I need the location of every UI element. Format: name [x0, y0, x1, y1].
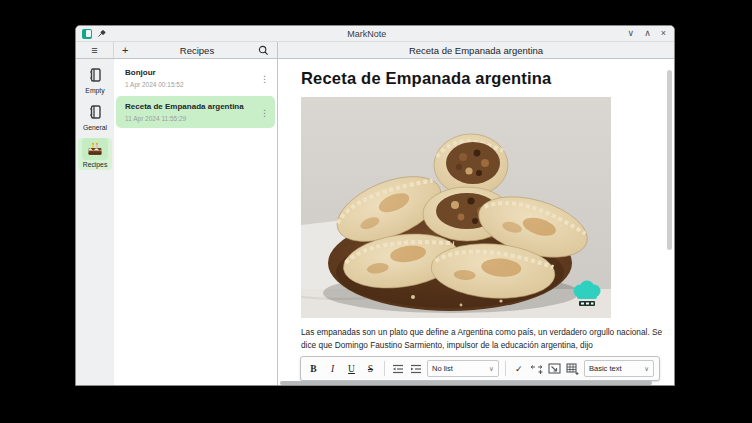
- checkbox-button[interactable]: ✓: [512, 360, 526, 377]
- titlebar[interactable]: MarkNote ∨ ∧ ×: [76, 26, 674, 42]
- note-date: 11 Apr 2024 11:55:29: [125, 115, 257, 122]
- window-title: MarkNote: [111, 29, 623, 39]
- note-title: Receta de Empanada argentina: [125, 102, 257, 111]
- pin-icon[interactable]: [97, 29, 106, 38]
- sidebar-item-label: Empty: [85, 87, 104, 94]
- outdent-button[interactable]: [391, 360, 405, 377]
- indent-icon: [410, 364, 422, 374]
- search-icon[interactable]: [258, 45, 269, 56]
- underline-button[interactable]: U: [344, 360, 359, 377]
- notes-panel-header: + Recipes: [114, 42, 278, 58]
- note-options-icon[interactable]: ⋮: [260, 74, 269, 84]
- cake-icon: [86, 141, 104, 157]
- toolbar-separator: [384, 361, 385, 376]
- sidebar-item-label: Recipes: [83, 161, 108, 168]
- list-type-value: No list: [432, 364, 483, 373]
- insert-link-button[interactable]: [530, 360, 544, 377]
- bold-button[interactable]: B: [306, 360, 321, 377]
- notes-list: Bonjour 1 Apr 2024 00:15:52 ⋮ Receta de …: [114, 59, 278, 385]
- note-list-item-bonjour[interactable]: Bonjour 1 Apr 2024 00:15:52 ⋮: [116, 62, 275, 94]
- note-title: Bonjour: [125, 68, 257, 77]
- journal-icon: [87, 104, 103, 120]
- outdent-icon: [392, 364, 404, 374]
- insert-link-icon: [530, 363, 543, 375]
- app-icon[interactable]: [82, 29, 92, 39]
- hamburger-menu-button[interactable]: ≡: [76, 42, 114, 58]
- strikethrough-button[interactable]: S: [363, 360, 378, 377]
- horizontal-scrollbar-thumb[interactable]: [280, 381, 652, 385]
- chevron-down-icon: ∨: [489, 365, 494, 373]
- close-icon[interactable]: ×: [661, 29, 666, 38]
- note-list-item-empanada[interactable]: Receta de Empanada argentina 11 Apr 2024…: [116, 96, 275, 128]
- empanadas-image[interactable]: [301, 97, 611, 318]
- editor-area[interactable]: Receta de Empanada argentina: [278, 59, 674, 385]
- journal-icon: [87, 67, 103, 83]
- insert-table-icon: [566, 363, 579, 375]
- format-toolbar: B I U S: [300, 356, 660, 381]
- notebook-sidebar: Empty General: [76, 59, 114, 385]
- minimize-icon[interactable]: ∨: [628, 29, 635, 38]
- text-style-value: Basic text: [589, 364, 638, 373]
- italic-button[interactable]: I: [325, 360, 340, 377]
- text-style-dropdown[interactable]: Basic text ∨: [584, 360, 654, 377]
- insert-table-button[interactable]: [566, 360, 580, 377]
- horizontal-scrollbar-track[interactable]: [280, 381, 664, 385]
- toolbar-separator: [505, 361, 506, 376]
- sidebar-item-empty[interactable]: Empty: [78, 64, 112, 94]
- notebook-title: Recipes: [136, 45, 258, 56]
- document-heading[interactable]: Receta de Empanada argentina: [301, 69, 674, 88]
- window-body: Empty General: [76, 59, 674, 385]
- marknote-window: MarkNote ∨ ∧ × ≡ + Recipes Receta de Emp…: [75, 25, 675, 386]
- insert-image-icon: [548, 363, 561, 374]
- maximize-icon[interactable]: ∧: [644, 29, 651, 38]
- header-row: ≡ + Recipes Receta de Empanada argentina: [76, 42, 674, 59]
- sidebar-item-recipes[interactable]: Recipes: [78, 138, 112, 170]
- list-type-dropdown[interactable]: No list ∨: [427, 360, 499, 377]
- document-title-header: Receta de Empanada argentina: [278, 42, 674, 58]
- vertical-scrollbar-thumb[interactable]: [667, 70, 672, 250]
- desktop-background: MarkNote ∨ ∧ × ≡ + Recipes Receta de Emp…: [0, 0, 752, 423]
- sidebar-item-general[interactable]: General: [78, 101, 112, 131]
- document-paragraph[interactable]: Las empanadas son un plato que define a …: [301, 326, 674, 352]
- note-options-icon[interactable]: ⋮: [260, 108, 269, 118]
- sidebar-item-label: General: [83, 124, 107, 131]
- indent-button[interactable]: [409, 360, 423, 377]
- add-note-button[interactable]: +: [122, 44, 136, 56]
- note-date: 1 Apr 2024 00:15:52: [125, 81, 257, 88]
- hamburger-icon: ≡: [91, 44, 97, 56]
- insert-image-button[interactable]: [548, 360, 562, 377]
- chevron-down-icon: ∨: [644, 365, 649, 373]
